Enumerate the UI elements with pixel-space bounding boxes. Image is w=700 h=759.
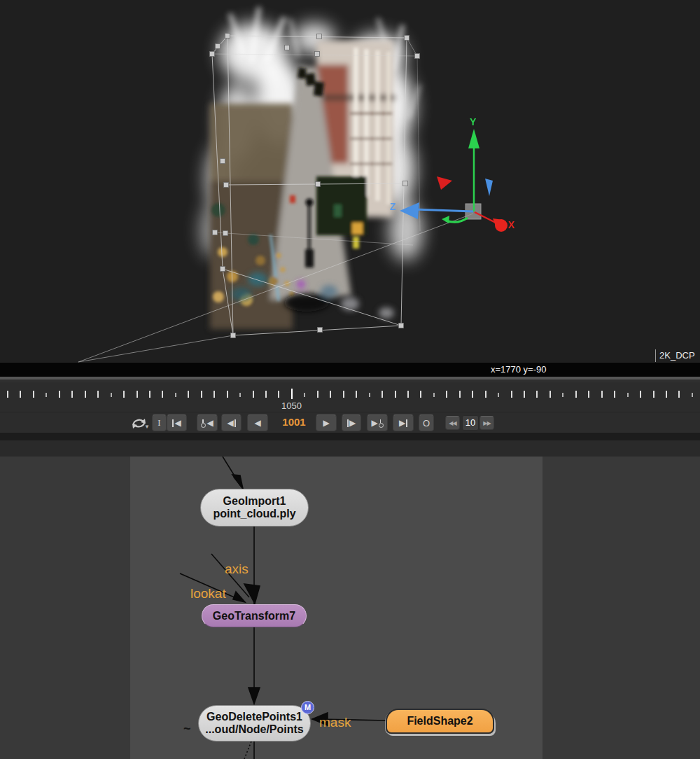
ruler-tick: [291, 389, 293, 399]
node-fieldshape2[interactable]: FieldShape2: [386, 709, 494, 734]
point-cloud-scene: [0, 0, 700, 363]
timeline-ruler[interactable]: 1050: [0, 382, 700, 412]
ruler-tick: [472, 391, 473, 398]
ruler-tick: [20, 391, 21, 398]
viewer-format-label: 2K_DCP: [655, 349, 695, 362]
ruler-tick: [136, 391, 138, 398]
node-geoimport1[interactable]: GeoImport1 point_cloud.ply: [200, 489, 309, 527]
edge-label-lookat: lookat: [190, 586, 226, 601]
ruler-tick: [562, 393, 564, 397]
ruler-tick: [85, 391, 86, 398]
play-backward-button[interactable]: ◀: [247, 415, 268, 431]
ruler-tick: [511, 391, 512, 398]
ruler-tick: [575, 391, 577, 398]
ruler-tick: [71, 391, 73, 398]
ruler-tick: [214, 391, 215, 398]
play-forward-button[interactable]: ▶: [316, 415, 337, 431]
ruler-tick: [188, 391, 189, 398]
node-graph[interactable]: GeoImport1 point_cloud.ply GeoTransform7…: [0, 457, 700, 759]
ruler-tick: [550, 391, 551, 398]
node-subtitle: point_cloud.ply: [213, 508, 295, 520]
ruler-tick: [369, 393, 370, 397]
ruler-tick: [446, 391, 447, 398]
ruler-tick: [614, 391, 615, 398]
ruler-tick: [33, 391, 34, 398]
ruler-tick: [459, 391, 461, 398]
decrement-frame-button[interactable]: ◀◀: [445, 416, 460, 430]
node-geotransform7[interactable]: GeoTransform7: [202, 604, 307, 627]
ruler-tick: [601, 391, 603, 398]
next-keyframe-button[interactable]: ▶: [367, 415, 388, 431]
ruler-tick: [175, 393, 176, 397]
ruler-tick: [278, 391, 279, 398]
current-frame-field[interactable]: 1001: [279, 416, 309, 428]
step-back-button[interactable]: ◀: [221, 415, 241, 431]
ruler-tick: [97, 391, 99, 398]
ruler-tick: [343, 391, 344, 398]
node-title: FieldShape2: [407, 715, 472, 727]
ruler-tick: [59, 391, 60, 398]
node-prefix: ~: [183, 723, 191, 735]
cursor-coordinates: x=1770 y=-90: [491, 364, 547, 375]
ruler-tick: [382, 391, 383, 398]
ruler-tick: [407, 391, 409, 398]
ruler-tick: [395, 391, 396, 398]
node-graph-edges: [0, 457, 700, 759]
ruler-tick: [627, 393, 629, 397]
ruler-tick: [678, 391, 680, 398]
node-title: GeoTransform7: [213, 610, 295, 622]
node-title: GeoImport1: [223, 495, 286, 508]
ruler-tick: [111, 393, 112, 397]
3d-viewport[interactable]: Y Z X 2K_DCP: [0, 0, 700, 363]
ruler-tick: [536, 391, 538, 398]
edge-label-axis: axis: [225, 562, 248, 577]
chevron-down-icon[interactable]: ▼: [144, 424, 150, 430]
ruler-tick: [653, 391, 654, 398]
ruler-tick: [162, 391, 163, 398]
increment-frame-button[interactable]: ▶▶: [479, 416, 494, 430]
timeline-frame-label: 1050: [281, 401, 302, 411]
gizmo-y-axis-label: Y: [470, 116, 476, 127]
mask-indicator-badge: M: [301, 701, 314, 714]
ruler-tick: [46, 393, 47, 397]
output-range-button[interactable]: O: [419, 415, 434, 431]
ruler-tick: [239, 393, 241, 397]
goto-end-button[interactable]: ▶: [393, 415, 414, 431]
ruler-tick: [420, 391, 421, 398]
ruler-tick: [317, 391, 318, 398]
ruler-tick: [666, 391, 667, 398]
ruler-tick: [692, 393, 693, 397]
ruler-tick: [640, 391, 641, 398]
ruler-tick: [265, 391, 267, 398]
step-forward-button[interactable]: ▶: [342, 415, 361, 431]
goto-start-button[interactable]: ◀: [167, 415, 187, 431]
ruler-tick: [485, 391, 486, 398]
ruler-tick: [588, 391, 589, 398]
ruler-tick: [330, 391, 331, 398]
coordinate-status-bar: x=1770 y=-90: [0, 363, 700, 377]
ruler-tick: [123, 391, 125, 398]
ruler-tick: [433, 393, 435, 397]
ruler-tick: [149, 391, 150, 398]
node-subtitle: ...oud/Node/Points: [205, 723, 303, 736]
ruler-tick: [253, 391, 254, 398]
divider: [0, 433, 700, 440]
ruler-tick: [227, 391, 228, 398]
ruler-tick: [304, 393, 305, 397]
ruler-tick: [356, 391, 357, 398]
transport-bar: ▼ I ◀ ◀ ◀ ◀ 1001 ▶ ▶ ▶ ▶ O ◀◀ 10 ▶▶: [0, 412, 700, 433]
node-title: GeoDeletePoints1: [206, 711, 302, 723]
ruler-tick: [7, 391, 8, 398]
input-range-button[interactable]: I: [152, 415, 167, 431]
edge-label-mask: mask: [319, 715, 351, 730]
ruler-tick: [498, 393, 499, 397]
gizmo-z-axis-label: Z: [390, 201, 396, 212]
divider-strip: [0, 440, 700, 457]
ruler-tick: [201, 391, 202, 398]
node-geodeletepoints1[interactable]: GeoDeletePoints1 ...oud/Node/Points ~ M: [198, 705, 311, 741]
gizmo-x-axis-label: X: [508, 219, 514, 230]
frame-increment-field[interactable]: 10: [462, 415, 479, 431]
previous-keyframe-button[interactable]: ◀: [197, 415, 218, 431]
ruler-tick: [524, 391, 525, 398]
